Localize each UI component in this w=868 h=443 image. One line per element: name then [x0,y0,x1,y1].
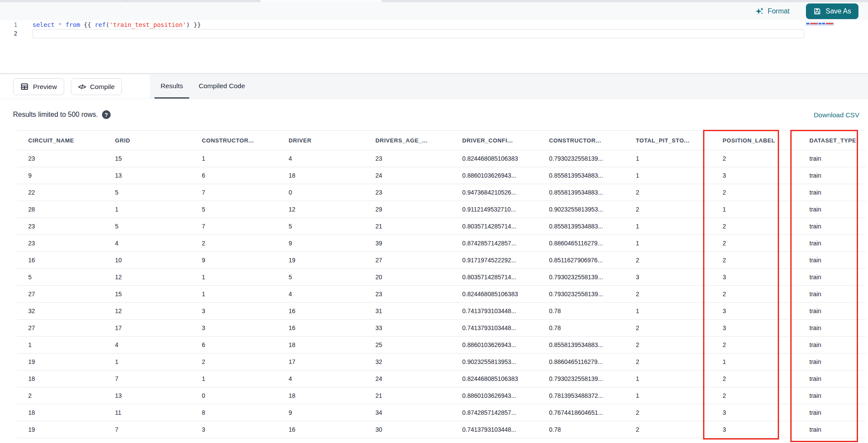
table-row: 51215200.8035714285714...0.7930232558139… [17,269,866,286]
table-row: 281512290.9112149532710...0.902325581395… [17,201,866,218]
compile-label: Compile [90,83,115,91]
table-cell: train [799,172,866,179]
table-row: 14618250.8860103626943...0.8558139534883… [17,337,866,354]
table-cell: 1 [191,155,278,162]
code-line-1[interactable]: 1 select * from {{ ref('train_test_posit… [0,20,807,29]
table-cell: 5 [278,274,365,281]
tab-compiled-code[interactable]: Compiled Code [193,74,251,99]
table-cell: 2 [712,375,799,382]
table-cell: 1 [712,358,799,365]
table-cell: 0.78 [538,426,625,433]
table-cell: 2 [625,189,712,196]
table-cell: train [799,223,866,230]
table-cell: train [799,206,866,213]
table-cell: 0.8035714285714... [451,223,538,230]
table-cell: 12 [104,274,191,281]
table-cell: train [799,291,866,298]
table-cell: 1 [625,307,712,314]
table-cell: train [799,358,866,365]
header-cell: GRID [104,137,191,144]
table-cell: 22 [17,189,104,196]
preview-button[interactable]: Preview [13,78,64,95]
table-cell: 3 [712,409,799,416]
table-cell: 0 [278,189,365,196]
table-cell: 18 [278,172,365,179]
table-row: 271514230.8244680851063830.7930232558139… [17,286,866,303]
table-cell: 19 [17,358,104,365]
table-cell: 3 [712,324,799,331]
table-cell: 2 [712,341,799,348]
table-cell: 3 [712,307,799,314]
table-cell: 2 [625,324,712,331]
table-cell: 2 [712,392,799,399]
table-cell: 6 [191,172,278,179]
table-cell: 0.8860103626943... [451,172,538,179]
table-cell: 1 [712,206,799,213]
table-cell: 1 [625,155,712,162]
table-cell: 19 [278,257,365,264]
table-cell: 12 [104,307,191,314]
table-cell: 2 [712,291,799,298]
header-cell: DRIVER [278,137,365,144]
save-as-button[interactable]: Save As [806,3,858,19]
download-csv-link[interactable]: Download CSV [814,111,859,119]
header-cell: DRIVERS_AGE_... [365,137,451,144]
table-cell: 24 [365,172,451,179]
table-cell: train [799,324,866,331]
table-cell: train [799,257,866,264]
table-cell: 2 [625,291,712,298]
table-row: 23429390.8742857142857...0.8860465116279… [17,235,866,252]
table-row: 213018210.8860103626943...0.781395348837… [17,387,866,404]
table-cell: 0.9112149532710... [451,206,538,213]
table-cell: 23 [17,240,104,247]
table-cell: 5 [278,223,365,230]
table-cell: 2 [191,358,278,365]
results-notice-text: Results limited to 500 rows. [13,111,98,119]
table-cell: 0.9473684210526... [451,189,538,196]
table-cell: 6 [191,341,278,348]
table-cell: 23 [365,189,451,196]
table-cell: 0.824468085106383 [451,291,538,298]
code-editor[interactable]: 1 select * from {{ ref('train_test_posit… [0,20,868,73]
compile-button[interactable]: Compile [71,78,122,95]
table-cell: 16 [17,257,104,264]
save-icon [813,7,821,15]
table-cell: 1 [104,358,191,365]
table-cell: 21 [365,392,451,399]
table-cell: 0.9023255813953... [538,206,625,213]
table-cell: 0.7930232558139... [538,291,625,298]
table-cell: 7 [191,223,278,230]
table-row: 1610919270.9171974522292...0.85116279069… [17,252,866,269]
table-cell: 2 [17,392,104,399]
table-cell: 5 [104,189,191,196]
table-cell: 0.7413793103448... [451,426,538,433]
table-cell: 2 [625,409,712,416]
table-cell: 39 [365,240,451,247]
table-cell: 27 [17,291,104,298]
table-cell: 0.7813953488372... [538,392,625,399]
table-cell: 16 [278,307,365,314]
table-cell: 0.8742857142857... [451,409,538,416]
format-button[interactable]: Format [753,7,792,16]
table-cell: 1 [191,291,278,298]
minimap[interactable] [806,20,834,72]
code-line-2[interactable]: 2 [0,29,807,38]
table-row: 22570230.9473684210526...0.8558139534883… [17,184,866,201]
header-cell: DATASET_TYPE [799,137,866,144]
table-cell: 1 [625,392,712,399]
table-cell: 23 [365,291,451,298]
tab-results[interactable]: Results [155,74,189,99]
table-cell: 2 [712,223,799,230]
table-cell: 0.8511627906976... [538,257,625,264]
table-cell: 0.8860103626943... [451,341,538,348]
table-cell: 18 [17,375,104,382]
table-cell: 0.7930232558139... [538,155,625,162]
question-circle-icon[interactable] [102,110,111,119]
table-cell: 15 [104,291,191,298]
table-cell: 0.8558139534883... [538,172,625,179]
table-row: 23575210.8035714285714...0.8558139534883… [17,218,866,235]
table-cell: 23 [17,155,104,162]
code-text: select * from {{ ref('train_test_positio… [33,21,201,28]
table-cell: 18 [278,392,365,399]
line-number: 2 [0,30,17,37]
